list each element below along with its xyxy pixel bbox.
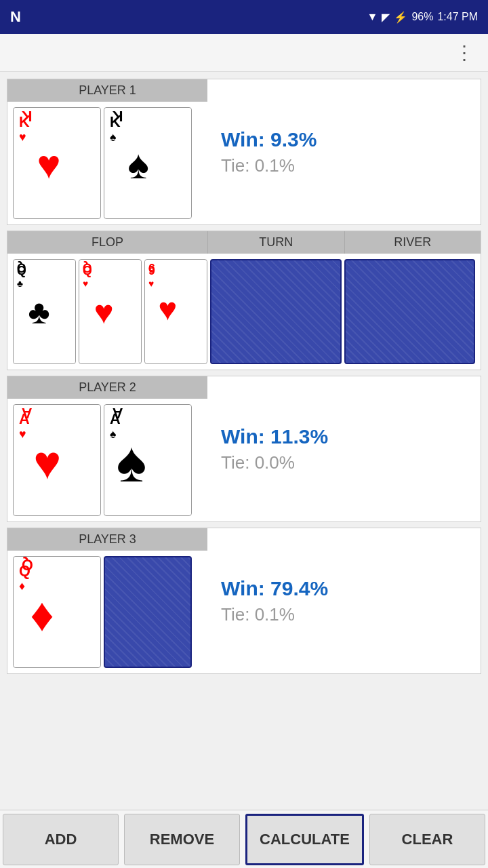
- player1-label: PLAYER 1: [7, 79, 207, 102]
- player1-tie: Tie: 0.1%: [221, 155, 467, 176]
- wifi-icon: ▼: [367, 11, 378, 23]
- svg-text:♥: ♥: [19, 131, 26, 144]
- svg-text:♥: ♥: [83, 279, 88, 289]
- player3-stats: Win: 79.4% Tie: 0.1%: [207, 570, 481, 632]
- signal-icon: ◤: [382, 11, 390, 24]
- player2-stats: Win: 11.3% Tie: 0.0%: [207, 418, 481, 480]
- flop-cards: Q ♣ ♣ Q Q ♥ ♥ Q: [13, 259, 207, 364]
- player2-section: PLAYER 2 A ♥ ♥ A A: [7, 376, 481, 522]
- river-label: RIVER: [344, 231, 481, 254]
- app-logo: N: [10, 8, 21, 26]
- player3-label: PLAYER 3: [7, 528, 207, 551]
- calculate-button[interactable]: CALCULATE: [245, 814, 364, 865]
- svg-text:A: A: [21, 405, 32, 422]
- turn-label: TURN: [207, 231, 344, 254]
- community-labels: FLOP TURN RIVER: [7, 231, 481, 254]
- player3-win: Win: 79.4%: [221, 577, 467, 600]
- player3-tie: Tie: 0.1%: [221, 604, 467, 625]
- player1-section: PLAYER 1 K ♥ ♥ K: [7, 79, 481, 225]
- player2-win: Win: 11.3%: [221, 425, 467, 448]
- svg-text:♥: ♥: [37, 142, 60, 187]
- player3-cards-area: PLAYER 3 Q ♦ ♦ Q: [7, 528, 207, 673]
- svg-text:♣: ♣: [28, 294, 50, 330]
- player1-win: Win: 9.3%: [221, 128, 467, 151]
- svg-text:♥: ♥: [159, 291, 178, 327]
- flop-card3[interactable]: 9 ♥ ♥ 9: [144, 259, 207, 364]
- svg-text:Q: Q: [83, 261, 92, 275]
- svg-text:K: K: [21, 108, 32, 125]
- main-content: PLAYER 1 K ♥ ♥ K: [0, 72, 488, 810]
- svg-text:♠: ♠: [110, 428, 116, 441]
- add-button[interactable]: ADD: [3, 814, 119, 865]
- remove-button[interactable]: REMOVE: [124, 814, 240, 865]
- svg-text:♠: ♠: [110, 131, 116, 144]
- player3-card2[interactable]: [104, 556, 192, 668]
- player1-cards-row: K ♥ ♥ K K ♠ ♠ K: [7, 102, 207, 224]
- bottom-toolbar: ADD REMOVE CALCULATE CLEAR: [0, 810, 488, 868]
- status-bar: N ▼ ◤ ⚡ 96% 1:47 PM: [0, 0, 488, 34]
- svg-text:Q: Q: [22, 557, 33, 574]
- svg-text:♥: ♥: [148, 279, 154, 289]
- more-options-icon[interactable]: ⋮: [455, 41, 474, 64]
- svg-text:♦: ♦: [30, 589, 54, 641]
- battery-percent: 96%: [411, 11, 433, 23]
- community-cards-row: Q ♣ ♣ Q Q ♥ ♥ Q: [7, 254, 481, 370]
- player1-cards-area: PLAYER 1 K ♥ ♥ K: [7, 79, 207, 224]
- svg-text:♠: ♠: [117, 431, 146, 494]
- svg-text:♥: ♥: [94, 294, 114, 330]
- player2-label: PLAYER 2: [7, 376, 207, 399]
- flop-card2[interactable]: Q ♥ ♥ Q: [79, 259, 142, 364]
- player1-stats: Win: 9.3% Tie: 0.1%: [207, 121, 481, 183]
- flop-label: FLOP: [7, 231, 207, 254]
- player2-cards-area: PLAYER 2 A ♥ ♥ A A: [7, 376, 207, 521]
- flop-card1[interactable]: Q ♣ ♣ Q: [13, 259, 76, 364]
- svg-text:♣: ♣: [17, 279, 23, 289]
- river-card[interactable]: [344, 259, 476, 364]
- player3-section: PLAYER 3 Q ♦ ♦ Q Win: 79.4%: [7, 528, 481, 674]
- svg-text:♥: ♥: [19, 428, 26, 441]
- player1-card1[interactable]: K ♥ ♥ K: [13, 107, 101, 219]
- player2-card2[interactable]: A ♠ ♠ A: [104, 404, 192, 516]
- svg-text:A: A: [112, 405, 123, 422]
- svg-text:K: K: [112, 108, 123, 125]
- player1-card2[interactable]: K ♠ ♠ K: [104, 107, 192, 219]
- svg-text:♠: ♠: [127, 142, 148, 187]
- turn-card[interactable]: [210, 259, 342, 364]
- player2-card1[interactable]: A ♥ ♥ A: [13, 404, 101, 516]
- turn-river-cards: [210, 259, 475, 364]
- svg-text:9: 9: [148, 261, 155, 275]
- battery-icon: ⚡: [394, 11, 407, 24]
- player3-cards-row: Q ♦ ♦ Q: [7, 551, 207, 673]
- svg-text:♦: ♦: [19, 580, 25, 593]
- clock: 1:47 PM: [437, 11, 478, 23]
- player2-cards-row: A ♥ ♥ A A ♠ ♠ A: [7, 399, 207, 521]
- player3-card1[interactable]: Q ♦ ♦ Q: [13, 556, 101, 668]
- svg-text:Q: Q: [17, 261, 26, 275]
- svg-text:♥: ♥: [34, 437, 62, 489]
- player2-tie: Tie: 0.0%: [221, 452, 467, 473]
- community-section: FLOP TURN RIVER Q ♣ ♣ Q: [7, 231, 481, 370]
- clear-button[interactable]: CLEAR: [369, 814, 485, 865]
- app-toolbar: ⋮: [0, 34, 488, 72]
